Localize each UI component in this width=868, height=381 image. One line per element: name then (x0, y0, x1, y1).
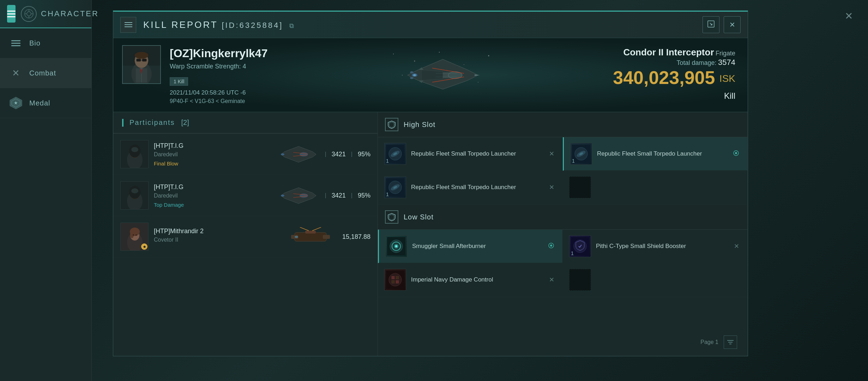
participant-2-avatar (120, 181, 149, 210)
participant-1-separator-1: | (325, 151, 326, 157)
svg-point-70 (135, 235, 137, 236)
pilot-warp-scramble: Warp Scramble Strength: 4 (170, 63, 267, 70)
section-divider (122, 119, 123, 127)
participant-2-avatar-svg (121, 182, 149, 210)
torpedo-3-name: Republic Fleet Small Torpedo Launcher (597, 150, 731, 158)
participant-3-ship: Covetor II (154, 237, 289, 243)
participant-1-avatar (120, 140, 149, 168)
svg-point-60 (300, 193, 308, 198)
page-number: Page 1 (700, 339, 718, 345)
equipment-item-empty-low (563, 263, 748, 297)
participants-header: Participants [2] (113, 112, 378, 134)
equipment-item[interactable]: 1 Republic Fleet Small Torpedo Launcher … (378, 137, 563, 171)
participant-1-separator-2: | (351, 151, 352, 157)
participant-1-role: Final Blow (154, 161, 277, 167)
torpedo-1-remove-button[interactable]: ✕ (547, 148, 556, 159)
participant-1-details: [HTP]T.I.G Daredevil Final Blow (154, 142, 277, 167)
participant-2-name: [HTP]T.I.G (154, 183, 277, 191)
participant-3-ship-thumbnail (289, 226, 332, 247)
low-slot-title: Low Slot (404, 213, 434, 221)
afterburner-icon (385, 235, 407, 257)
hamburger-line-2 (7, 13, 16, 14)
svg-marker-59 (281, 188, 316, 204)
svg-point-23 (414, 60, 415, 61)
equipment-item[interactable]: 1 Pithi C-Type Small Shield Booster ✕ (563, 230, 748, 263)
shield-booster-name: Pithi C-Type Small Shield Booster (596, 242, 732, 250)
participant-1-avatar-svg (121, 140, 149, 168)
filter-button[interactable] (724, 335, 737, 349)
svg-point-27 (402, 75, 403, 75)
participant-2-separator-2: | (351, 192, 352, 199)
hamburger-line-1 (7, 11, 16, 12)
medal-icon: ★ (9, 96, 23, 110)
svg-point-28 (478, 82, 478, 83)
equipment-item[interactable]: Smuggler Small Afterburner (378, 230, 563, 263)
afterburner-fitted-icon (546, 241, 556, 252)
participant-2-details: [HTP]T.I.G Daredevil Top Damage (154, 183, 277, 208)
participant-2-ship: Daredevil (154, 193, 277, 199)
torpedo-2-remove-button[interactable]: ✕ (547, 182, 556, 193)
svg-line-77 (312, 227, 321, 231)
participant-row[interactable]: [HTP]T.I.G Daredevil Top Damage (113, 175, 378, 216)
svg-rect-17 (137, 59, 141, 62)
svg-rect-74 (305, 231, 316, 234)
sidebar-item-combat[interactable]: ✕ Combat (0, 58, 91, 88)
equipment-item[interactable]: 1 Republic Fleet Small Torpedo Launcher … (378, 171, 563, 204)
participant-3-name: [HTP]Mithrandir 2 (154, 228, 289, 235)
svg-point-1 (27, 12, 31, 16)
svg-text:★: ★ (14, 100, 18, 105)
torpedo-1-qty: 1 (386, 158, 389, 164)
svg-point-20 (135, 52, 149, 59)
high-slot-section: High Slot 1 (378, 112, 748, 205)
equipment-item-empty (563, 171, 748, 204)
participant-2-separator-1: | (325, 192, 326, 199)
damage-control-remove-button[interactable]: ✕ (547, 274, 556, 285)
svg-point-34 (410, 71, 414, 73)
app-close-button[interactable]: ✕ (840, 7, 857, 25)
participant-row[interactable]: [HTP]T.I.G Daredevil Final Blow (113, 134, 378, 175)
equipment-item[interactable]: Imperial Navy Damage Control ✕ (378, 263, 563, 297)
torpedo-3-fitted-icon (731, 148, 741, 160)
kill-stats: Condor II Interceptor Frigate Total dama… (609, 45, 739, 105)
high-slot-title: High Slot (404, 121, 435, 129)
sidebar-item-medal[interactable]: ★ Medal (0, 88, 91, 118)
pilot-avatar (122, 45, 161, 84)
svg-point-50 (300, 152, 308, 156)
shield-booster-icon: 1 (569, 235, 591, 257)
damage-row: Total damage: 3574 (613, 58, 735, 67)
window-close-icon: ✕ (729, 20, 735, 29)
damage-label: Total damage: (677, 59, 717, 66)
svg-rect-105 (392, 280, 394, 283)
participant-2-stats: | 3421 | 95% (277, 185, 370, 206)
window-menu-button[interactable] (120, 17, 136, 33)
ship-image-area (276, 45, 609, 105)
ship-name: Condor II Interceptor (623, 47, 714, 58)
low-slot-grid: Smuggler Small Afterburner (378, 230, 748, 297)
daredevil-thumbnail (277, 145, 320, 164)
equipment-panel: High Slot 1 (378, 112, 748, 356)
svg-point-26 (488, 55, 489, 56)
svg-point-69 (133, 235, 134, 236)
sidebar-item-bio[interactable]: Bio (0, 28, 91, 58)
window-export-button[interactable] (703, 16, 719, 33)
svg-point-98 (550, 244, 552, 247)
svg-point-75 (295, 236, 298, 238)
svg-marker-36 (422, 70, 443, 80)
kill-header: [OZ]Kingkerrylk47 Warp Scramble Strength… (113, 38, 748, 112)
low-slot-section: Low Slot (378, 205, 748, 297)
participant-row[interactable]: ★ [HTP]Mithrandir 2 Covetor II (113, 216, 378, 258)
torpedo-2-qty: 1 (386, 192, 389, 197)
shield-booster-remove-button[interactable]: ✕ (732, 241, 741, 252)
window-title: KILL REPORT [ID:6325884] ⧉ (143, 19, 703, 30)
equipment-item[interactable]: 1 Republic Fleet Small Torpedo Launcher (563, 137, 748, 171)
svg-point-102 (389, 273, 402, 286)
ship-name-display: Condor II Interceptor Frigate (613, 47, 735, 58)
torpedo-1-icon: 1 (384, 143, 406, 165)
sidebar-hamburger-button[interactable] (7, 5, 16, 23)
participant-3-avatar: ★ (120, 223, 149, 251)
content-area: Participants [2] [HTP]T. (113, 112, 748, 356)
window-close-button[interactable]: ✕ (724, 16, 741, 33)
kill-datetime: 2021/11/04 20:58:26 UTC -6 (170, 89, 267, 96)
titlebar-actions: ✕ (703, 16, 741, 33)
filter-icon-svg (727, 338, 734, 346)
